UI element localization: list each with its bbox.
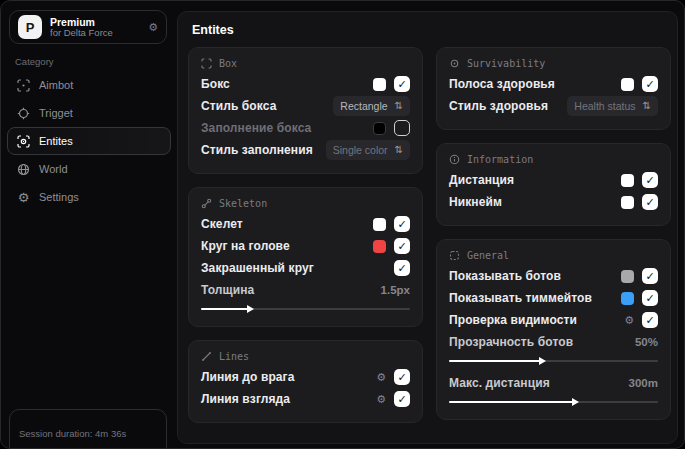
- sidebar-item-settings[interactable]: ⚙ Settings: [7, 183, 171, 211]
- health-style-dropdown[interactable]: Health status ⇅: [567, 96, 658, 116]
- main-content: Entites Box Бокс ✓: [177, 11, 678, 444]
- slider-thumb[interactable]: [572, 398, 579, 406]
- chevrons-up-down-icon: ⇅: [395, 101, 403, 111]
- color-swatch[interactable]: [373, 78, 386, 91]
- color-swatch[interactable]: [621, 270, 634, 283]
- panel-information: Information Дистанция ✓ Никнейм ✓: [436, 143, 671, 226]
- max-distance-slider[interactable]: [449, 397, 658, 407]
- gear-icon[interactable]: ⚙: [148, 21, 158, 34]
- sidebar-item-label: Entites: [39, 135, 73, 147]
- info-icon: [449, 154, 460, 165]
- row-show-bots: Показывать ботов ✓: [449, 265, 658, 287]
- panel-survivability-header: Survivability: [449, 58, 658, 69]
- entities-scan-eye-icon: [17, 135, 30, 148]
- color-swatch[interactable]: [373, 122, 386, 135]
- gear-icon[interactable]: ⚙: [624, 315, 634, 326]
- check-icon: ✓: [397, 79, 406, 90]
- brand-card: P Premium for Delta Force ⚙: [9, 10, 167, 44]
- panel-information-header: Information: [449, 154, 658, 165]
- sidebar-item-label: World: [39, 163, 68, 175]
- aimbot-crosshair-icon: [17, 79, 30, 92]
- row-head-circle: Круг на голове ✓: [201, 235, 410, 257]
- slider-thumb[interactable]: [247, 305, 254, 313]
- gear-icon[interactable]: ⚙: [376, 372, 386, 383]
- checkbox[interactable]: ✓: [394, 260, 410, 276]
- color-swatch[interactable]: [621, 196, 634, 209]
- bone-icon: [201, 198, 212, 209]
- checkbox[interactable]: ✓: [642, 76, 658, 92]
- slider-thumb[interactable]: [539, 357, 546, 365]
- fill-style-dropdown[interactable]: Single color ⇅: [326, 140, 410, 160]
- checkbox[interactable]: ✓: [394, 369, 410, 385]
- row-label: Полоса здоровья: [449, 77, 555, 91]
- sidebar-item-label: Aimbot: [39, 79, 73, 91]
- check-icon: ✓: [645, 79, 654, 90]
- page-title: Entites: [192, 23, 234, 37]
- box-scan-icon: [201, 58, 212, 69]
- panel-box: Box Бокс ✓ Стиль бокса Rectangle ⇅: [188, 47, 423, 174]
- check-icon: ✓: [645, 271, 654, 282]
- right-column: Survivability Полоса здоровья ✓ Стиль зд…: [436, 47, 671, 420]
- row-label: Линия до врага: [201, 370, 295, 384]
- row-label: Закрашенный круг: [201, 261, 314, 275]
- checkbox[interactable]: ✓: [394, 216, 410, 232]
- row-label: Стиль бокса: [201, 99, 276, 113]
- world-globe-icon: [17, 163, 30, 176]
- slider-fill: [449, 401, 574, 403]
- row-label: Дистанция: [449, 173, 514, 187]
- checkbox[interactable]: ✓: [642, 268, 658, 284]
- session-duration: Session duration: 4m 36s: [19, 428, 126, 439]
- checkbox[interactable]: ✓: [642, 172, 658, 188]
- session-card: Session duration: 4m 36s: [9, 409, 167, 449]
- color-swatch[interactable]: [373, 240, 386, 253]
- row-label: Бокс: [201, 77, 230, 91]
- thickness-slider[interactable]: [201, 304, 410, 314]
- panel-lines-header: Lines: [201, 351, 410, 362]
- dropdown-value: Rectangle: [340, 100, 387, 112]
- settings-gear-icon: ⚙: [17, 191, 30, 204]
- row-label: Круг на голове: [201, 239, 290, 253]
- color-swatch[interactable]: [621, 78, 634, 91]
- sidebar-item-trigget[interactable]: Trigget: [7, 99, 171, 127]
- diagonal-line-icon: [201, 351, 212, 362]
- thickness-value: 1.5px: [381, 284, 410, 296]
- panel-general: General Показывать ботов ✓ Показывать ти…: [436, 239, 671, 420]
- color-swatch[interactable]: [621, 292, 634, 305]
- sidebar-item-label: Settings: [39, 191, 79, 203]
- chevrons-up-down-icon: ⇅: [395, 145, 403, 155]
- brand-subtitle: for Delta Force: [50, 28, 140, 39]
- bot-opacity-slider[interactable]: [449, 356, 658, 366]
- checkbox[interactable]: ✓: [642, 290, 658, 306]
- panel-title: Survivability: [467, 58, 545, 69]
- checkbox[interactable]: ✓: [642, 194, 658, 210]
- checkbox[interactable]: ✓: [394, 76, 410, 92]
- panel-box-header: Box: [201, 58, 410, 69]
- panel-title: General: [467, 250, 509, 261]
- row-label: Заполнение бокса: [201, 121, 311, 135]
- sidebar-item-entites[interactable]: Entites: [7, 127, 171, 155]
- trigger-crosshair-icon: [17, 107, 30, 120]
- pulse-circle-icon: [449, 58, 460, 69]
- dropdown-value: Health status: [574, 100, 635, 112]
- row-show-teammates: Показывать тиммейтов ✓: [449, 287, 658, 309]
- gear-icon[interactable]: ⚙: [376, 394, 386, 405]
- sidebar: P Premium for Delta Force ⚙ Category Aim…: [1, 1, 177, 448]
- color-swatch[interactable]: [621, 174, 634, 187]
- panel-survivability: Survivability Полоса здоровья ✓ Стиль зд…: [436, 47, 671, 130]
- check-icon: ✓: [645, 175, 654, 186]
- checkbox[interactable]: ✓: [642, 312, 658, 328]
- check-icon: ✓: [397, 372, 406, 383]
- row-label: Стиль заполнения: [201, 143, 313, 157]
- sidebar-item-world[interactable]: World: [7, 155, 171, 183]
- color-swatch[interactable]: [373, 218, 386, 231]
- checkbox[interactable]: ✓: [394, 238, 410, 254]
- row-label: Макс. дистанция: [449, 376, 550, 390]
- sidebar-item-aimbot[interactable]: Aimbot: [7, 71, 171, 99]
- sidebar-item-label: Trigget: [39, 107, 73, 119]
- panel-lines: Lines Линия до врага ⚙ ✓ Линия взгляда ⚙…: [188, 340, 423, 423]
- checkbox[interactable]: ✓: [394, 391, 410, 407]
- check-icon: ✓: [397, 394, 406, 405]
- row-label: Показывать ботов: [449, 269, 561, 283]
- checkbox[interactable]: [394, 120, 410, 136]
- box-style-dropdown[interactable]: Rectangle ⇅: [333, 96, 410, 116]
